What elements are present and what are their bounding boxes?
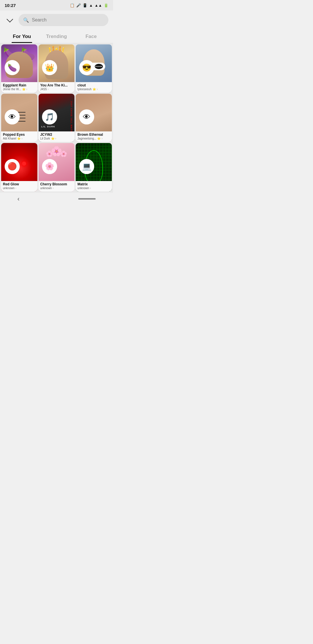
item-author-popped-eyes: Atit Kharel ⭐ › (3, 137, 36, 140)
nav-pill (78, 198, 96, 200)
back-button[interactable] (5, 15, 15, 25)
search-input[interactable] (32, 17, 104, 23)
status-icons: 📋 🎤 📳 ▲ ▲▲ 🔋 (70, 3, 108, 8)
battery-icon: 🔋 (104, 3, 108, 8)
item-title-brown-ethereal: Brown Ethereal (77, 133, 110, 137)
item-title-popped-eyes: Popped Eyes (3, 133, 36, 137)
chevron-right-icon: › (21, 137, 22, 140)
chevron-right-icon: › (97, 88, 98, 91)
chevron-right-icon: › (55, 137, 56, 140)
signal-icon: ▲▲ (94, 3, 102, 8)
filter-grid: 🍆 🍆🍆Eggplant RainJinnie the W... ⭐ ›👑👑Yo… (0, 43, 113, 193)
item-author-jcyw2: Lil Durk ⭐ › (40, 137, 73, 140)
grid-item-popped-eyes[interactable]: 👁Popped EyesAtit Kharel ⭐ › (1, 94, 37, 142)
status-time: 10:27 (5, 3, 16, 8)
grid-item-brown-ethereal[interactable]: 👁Brown EtherealJagmeetsing... ⭐ › (76, 94, 112, 142)
avatar-red-glow: 🔴 (5, 159, 20, 174)
vibrate-icon: 📳 (83, 3, 87, 8)
mic-icon: 🎤 (76, 3, 81, 8)
status-bar: 10:27 📋 🎤 📳 ▲ ▲▲ 🔋 (0, 0, 113, 10)
grid-item-cherry-blossom[interactable]: 🌸🌸🌸🌸Cherry Blossomunknown › (39, 143, 75, 191)
item-title-matrix: Matrix (77, 182, 110, 186)
chevron-right-icon: › (26, 88, 27, 91)
item-author-clout: tyleeseeuh ⭐ › (77, 88, 110, 91)
item-author-red-glow: unknown › (3, 187, 36, 190)
grid-item-red-glow[interactable]: 🔴Red Glowunknown › (1, 143, 37, 191)
item-title-jcyw2: JCYW2 (40, 133, 73, 137)
tab-trending[interactable]: Trending (39, 31, 74, 43)
item-title-you-are-the-king: You Are The Ki... (40, 83, 73, 87)
clipboard-icon: 📋 (70, 3, 74, 8)
item-title-eggplant-rain: Eggplant Rain (3, 83, 36, 87)
chevron-right-icon: › (15, 187, 16, 190)
item-title-clout: clout (77, 83, 110, 87)
nav-back-icon[interactable]: ‹ (17, 195, 19, 203)
verified-icon: ⭐ (17, 137, 21, 140)
item-author-matrix: unknown › (77, 187, 110, 190)
item-author-brown-ethereal: Jagmeetsing... ⭐ › (77, 137, 110, 140)
search-icon: 🔍 (23, 17, 29, 23)
chevron-right-icon: › (90, 187, 91, 190)
tab-for-you[interactable]: For You (5, 31, 39, 43)
avatar-eggplant-rain: 🍆 (5, 60, 20, 75)
verified-icon: ⭐ (51, 137, 54, 140)
tab-bar: For You Trending Face (0, 31, 113, 43)
verified-icon: ⭐ (92, 88, 96, 91)
verified-icon: ⭐ (97, 137, 101, 140)
wifi-icon: ▲ (89, 3, 93, 8)
chevron-right-icon: › (48, 88, 48, 91)
chevron-right-icon: › (101, 137, 102, 140)
verified-icon: ⭐ (22, 88, 26, 91)
avatar-matrix: 💻 (79, 159, 94, 174)
tab-face[interactable]: Face (74, 31, 108, 43)
avatar-you-are-the-king: 👑 (42, 60, 57, 75)
avatar-jcyw2: 🎵 (42, 109, 57, 124)
chevron-right-icon: › (53, 187, 54, 190)
search-bar[interactable]: 🔍 (19, 14, 108, 26)
item-author-you-are-the-king: J4S5 › (40, 88, 73, 91)
bottom-bar: ‹ (0, 193, 113, 205)
item-author-cherry-blossom: unknown › (40, 187, 73, 190)
header: 🔍 (0, 10, 113, 30)
chevron-down-icon (7, 16, 13, 23)
item-author-eggplant-rain: Jinnie the W... ⭐ › (3, 88, 36, 91)
item-title-cherry-blossom: Cherry Blossom (40, 182, 73, 186)
grid-item-jcyw2[interactable]: JUST CAUSE YALL WAITED IILIL DURK🎵JCYW2L… (39, 94, 75, 142)
grid-item-eggplant-rain[interactable]: 🍆 🍆🍆Eggplant RainJinnie the W... ⭐ › (1, 44, 37, 93)
grid-item-matrix[interactable]: 💻Matrixunknown › (76, 143, 112, 191)
grid-item-clout[interactable]: CLOUTPLEASE😎clouttyleeseeuh ⭐ › (76, 44, 112, 93)
item-title-red-glow: Red Glow (3, 182, 36, 186)
grid-item-you-are-the-king[interactable]: 👑👑You Are The Ki...J4S5 › (39, 44, 75, 93)
avatar-cherry-blossom: 🌸 (42, 159, 57, 174)
